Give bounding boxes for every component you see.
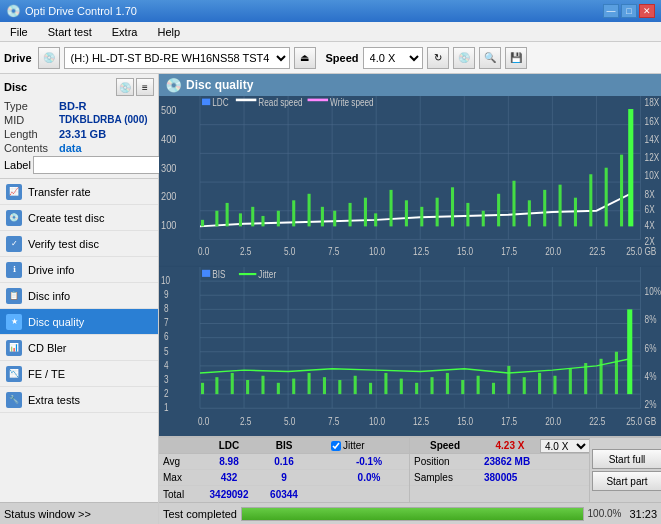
disc-icon-btn-1[interactable]: 💿 xyxy=(116,78,134,96)
menu-file[interactable]: File xyxy=(4,25,34,39)
disc-type-row: Type BD-R xyxy=(4,100,154,112)
progress-bar xyxy=(241,507,584,521)
stat-avg-ldc: 8.98 xyxy=(199,456,259,467)
position-label: Position xyxy=(410,456,480,467)
svg-text:Write speed: Write speed xyxy=(330,98,374,109)
svg-text:0.0: 0.0 xyxy=(198,414,210,427)
speed-label: Speed xyxy=(326,52,359,64)
svg-text:10.0: 10.0 xyxy=(369,246,385,257)
save-button[interactable]: 💾 xyxy=(505,47,527,69)
disc-contents-label: Contents xyxy=(4,142,59,154)
sidebar-item-verify-test-disc[interactable]: ✓ Verify test disc xyxy=(0,231,158,257)
svg-text:2.5: 2.5 xyxy=(240,246,251,257)
svg-rect-56 xyxy=(390,190,393,227)
start-part-button[interactable]: Start part xyxy=(592,471,661,491)
svg-rect-143 xyxy=(615,351,618,393)
stat-avg-label: Avg xyxy=(159,456,199,467)
svg-text:0.0: 0.0 xyxy=(198,246,209,257)
svg-rect-57 xyxy=(405,200,408,226)
speed-select[interactable]: 4.0 X xyxy=(363,47,423,69)
menu-start-test[interactable]: Start test xyxy=(42,25,98,39)
sidebar-item-create-test-disc[interactable]: 💿 Create test disc xyxy=(0,205,158,231)
svg-rect-59 xyxy=(436,198,439,227)
svg-rect-64 xyxy=(512,181,515,227)
svg-text:15.0: 15.0 xyxy=(457,414,473,427)
svg-rect-68 xyxy=(574,198,577,227)
disc-contents-row: Contents data xyxy=(4,142,154,154)
svg-rect-130 xyxy=(415,382,418,393)
refresh-button[interactable]: ↻ xyxy=(427,47,449,69)
disc-contents-value: data xyxy=(59,142,82,154)
sidebar-item-cd-bler[interactable]: 📊 CD Bler xyxy=(0,335,158,361)
menu-help[interactable]: Help xyxy=(151,25,186,39)
jitter-checkbox[interactable] xyxy=(331,441,341,451)
time-display: 31:23 xyxy=(629,508,657,520)
svg-text:7.5: 7.5 xyxy=(328,246,339,257)
disc-label-input[interactable] xyxy=(33,156,162,174)
sidebar-item-extra-tests[interactable]: 🔧 Extra tests xyxy=(0,387,158,413)
svg-text:2.5: 2.5 xyxy=(240,414,252,427)
svg-rect-138 xyxy=(538,372,541,393)
stat-max-label: Max xyxy=(159,472,199,483)
svg-text:5.0: 5.0 xyxy=(284,246,295,257)
svg-text:12.5: 12.5 xyxy=(413,246,429,257)
svg-rect-65 xyxy=(528,200,531,226)
svg-rect-71 xyxy=(620,155,623,227)
svg-text:10: 10 xyxy=(161,273,171,286)
chart-title: Disc quality xyxy=(186,78,253,92)
sidebar-item-disc-info[interactable]: 📋 Disc info xyxy=(0,283,158,309)
sidebar-item-label-transfer-rate: Transfer rate xyxy=(28,186,91,198)
disc-panel-title: Disc xyxy=(4,81,27,93)
svg-text:5: 5 xyxy=(164,344,169,357)
status-window-button[interactable]: Status window >> xyxy=(0,502,158,524)
status-text: Test completed xyxy=(163,508,237,520)
svg-text:17.5: 17.5 xyxy=(501,246,517,257)
svg-rect-144 xyxy=(627,309,632,394)
sidebar-item-transfer-rate[interactable]: 📈 Transfer rate xyxy=(0,179,158,205)
svg-rect-72 xyxy=(628,109,633,226)
svg-text:8X: 8X xyxy=(645,189,656,200)
cd-bler-icon: 📊 xyxy=(6,340,22,356)
svg-rect-119 xyxy=(246,380,249,394)
disc-icon-btn-2[interactable]: ≡ xyxy=(136,78,154,96)
svg-rect-54 xyxy=(364,198,367,227)
svg-text:16X: 16X xyxy=(645,116,660,127)
app-icon: 💿 xyxy=(6,4,21,18)
svg-rect-69 xyxy=(589,174,592,226)
disc-button[interactable]: 💿 xyxy=(453,47,475,69)
maximize-button[interactable]: □ xyxy=(621,4,637,18)
top-chart: 500 400 300 200 100 18X 16X 14X 12X 10X … xyxy=(159,96,661,267)
eject-button[interactable]: ⏏ xyxy=(294,47,316,69)
title-bar: 💿 Opti Drive Control 1.70 — □ ✕ xyxy=(0,0,661,22)
toolbar: Drive 💿 (H:) HL-DT-ST BD-RE WH16NS58 TST… xyxy=(0,42,661,74)
drive-select[interactable]: (H:) HL-DT-ST BD-RE WH16NS58 TST4 xyxy=(64,47,290,69)
chart-header-icon: 💿 xyxy=(165,77,182,93)
svg-text:1: 1 xyxy=(164,400,169,413)
stat-avg-bis: 0.16 xyxy=(259,456,309,467)
disc-type-label: Type xyxy=(4,100,59,112)
svg-rect-77 xyxy=(308,99,328,102)
svg-text:6%: 6% xyxy=(645,341,657,354)
svg-text:300: 300 xyxy=(161,161,176,174)
progress-text: 100.0% xyxy=(588,508,622,519)
sidebar-item-disc-quality[interactable]: ★ Disc quality xyxy=(0,309,158,335)
svg-text:10%: 10% xyxy=(645,284,661,297)
sidebar-item-drive-info[interactable]: ℹ Drive info xyxy=(0,257,158,283)
start-full-button[interactable]: Start full xyxy=(592,449,661,469)
svg-text:400: 400 xyxy=(161,132,176,145)
fe-te-icon: 📉 xyxy=(6,366,22,382)
stat-max-bis: 9 xyxy=(259,472,309,483)
svg-text:6X: 6X xyxy=(645,204,656,215)
svg-rect-58 xyxy=(420,207,423,227)
drive-icon-button[interactable]: 💿 xyxy=(38,47,60,69)
svg-text:Jitter: Jitter xyxy=(258,267,276,280)
speed-setting-select[interactable]: 4.0 X xyxy=(540,439,590,453)
sidebar-item-fe-te[interactable]: 📉 FE / TE xyxy=(0,361,158,387)
svg-text:17.5: 17.5 xyxy=(501,414,517,427)
stat-ldc-header: LDC xyxy=(199,440,259,451)
unknown-button[interactable]: 🔍 xyxy=(479,47,501,69)
close-button[interactable]: ✕ xyxy=(639,4,655,18)
minimize-button[interactable]: — xyxy=(603,4,619,18)
menu-extra[interactable]: Extra xyxy=(106,25,144,39)
menu-bar: File Start test Extra Help xyxy=(0,22,661,42)
